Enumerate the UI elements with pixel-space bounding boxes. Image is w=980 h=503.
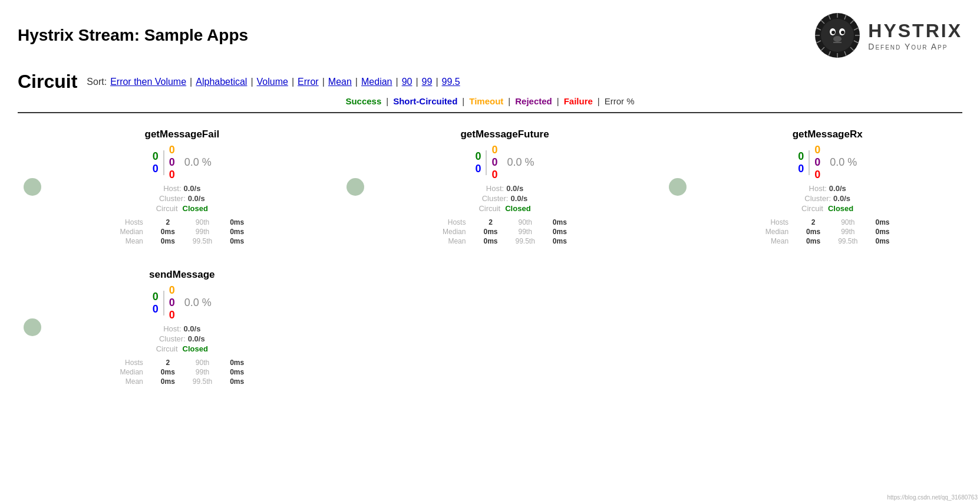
- bsr-pct-values: 0ms 0ms 0ms: [553, 218, 567, 245]
- svg-point-17: [821, 19, 854, 52]
- mean-val-item: 0ms: [806, 237, 820, 245]
- logo-name: HYSTRIX: [868, 20, 962, 42]
- host-rate-line: Host: 0.0/s: [53, 324, 311, 333]
- circuit-name: getMessageFail: [53, 129, 311, 140]
- cluster-rate-line: Cluster: 0.0/s: [53, 194, 311, 203]
- count-red: 0: [169, 169, 175, 181]
- mean-item: Mean: [771, 237, 788, 245]
- p99-value: 0ms: [230, 228, 244, 236]
- bsr-mid: 2 0ms 0ms: [806, 218, 820, 245]
- host-rate-line: Host: 0.0/s: [53, 184, 311, 193]
- p90-label: 90th: [841, 218, 854, 226]
- median-val-item: 0ms: [483, 228, 497, 236]
- median-item: Median: [120, 228, 143, 236]
- bsr-pct-labels: 90th 99th 99.5th: [838, 218, 857, 245]
- counters-area: 0 0 0 0 0 0.0 %: [376, 144, 634, 181]
- count-red: 0: [491, 169, 497, 181]
- p995-value: 0ms: [553, 237, 567, 245]
- svg-point-22: [833, 36, 842, 42]
- bottom-stats-row: Hosts Median Mean 2 0ms: [120, 359, 244, 386]
- count-red: 0: [169, 309, 175, 321]
- p90-label-item: 90th: [518, 218, 532, 226]
- bsr-mid: 2 0ms 0ms: [161, 218, 175, 245]
- p995-val-item: 0ms: [876, 237, 890, 245]
- p99-val-item: 0ms: [553, 228, 567, 236]
- circuit-status-bubble: [669, 178, 687, 196]
- median-item: Median: [443, 228, 466, 236]
- sort-alphabetical[interactable]: Alphabetical: [196, 77, 247, 87]
- hosts-value: 2: [166, 359, 170, 367]
- error-pct: 0.0 %: [184, 297, 212, 309]
- median-val-item: 0ms: [161, 368, 175, 376]
- bsr-mid: 2 0ms 0ms: [161, 359, 175, 386]
- page-title: Hystrix Stream: Sample Apps: [18, 26, 248, 45]
- p90-label-item: 90th: [196, 359, 209, 367]
- error-pct: 0.0 %: [507, 156, 534, 169]
- p995-value: 0ms: [230, 237, 244, 245]
- circuit-label: Circuit: [801, 204, 823, 213]
- counters-left: 0 0: [153, 150, 164, 175]
- hosts-val-item: 2: [166, 359, 170, 367]
- p90-value: 0ms: [230, 359, 244, 367]
- sort-error[interactable]: Error: [298, 77, 319, 87]
- host-label: Host:: [809, 184, 827, 193]
- circuit-status-line: Circuit Closed: [53, 204, 311, 213]
- circuit-status-value: Closed: [183, 204, 208, 213]
- median-val-item: 0ms: [806, 228, 820, 236]
- cluster-label: Cluster:: [159, 334, 186, 343]
- median-value: 0ms: [161, 368, 175, 376]
- circuit-name: getMessageRx: [698, 129, 956, 140]
- count-blue: 0: [475, 163, 481, 175]
- p995-label: 99.5th: [193, 377, 212, 386]
- mean-value: 0ms: [483, 237, 497, 245]
- hosts-val-item: 2: [811, 218, 816, 226]
- cluster-rate-line: Cluster: 0.0/s: [376, 194, 634, 203]
- host-rate-line: Host: 0.0/s: [698, 184, 956, 193]
- p99-label-item: 99th: [841, 228, 854, 236]
- sort-median[interactable]: Median: [361, 77, 392, 87]
- sort-mean[interactable]: Mean: [328, 77, 352, 87]
- median-value: 0ms: [806, 228, 820, 236]
- hosts-item: Hosts: [770, 218, 788, 226]
- circuit-status-value: Closed: [828, 204, 853, 213]
- sort-error-then-volume[interactable]: Error then Volume: [110, 77, 186, 87]
- legend-rejected: Rejected: [515, 96, 552, 106]
- mean-value: 0ms: [806, 237, 820, 245]
- legend-failure: Failure: [564, 96, 593, 106]
- mean-item: Mean: [126, 377, 143, 386]
- hosts-item: Hosts: [448, 218, 466, 226]
- svg-point-21: [841, 31, 844, 34]
- sort-99-5[interactable]: 99.5: [442, 77, 460, 87]
- p99-label-item: 99th: [518, 228, 532, 236]
- host-value: 0.0/s: [184, 184, 201, 193]
- p90-label: 90th: [196, 359, 209, 367]
- median-value: 0ms: [483, 228, 497, 236]
- sort-90[interactable]: 90: [402, 77, 413, 87]
- mean-label: Mean: [771, 237, 788, 245]
- bsr-pct-labels: 90th 99th 99.5th: [515, 218, 534, 245]
- count-blue: 0: [153, 163, 159, 175]
- median-item: Median: [120, 368, 143, 376]
- section-divider: [18, 112, 962, 113]
- sort-99[interactable]: 99: [422, 77, 433, 87]
- circuit-label: Circuit: [479, 204, 500, 213]
- sort-volume[interactable]: Volume: [257, 77, 288, 87]
- count-purple: 0: [169, 156, 175, 169]
- sort-bar: Circuit Sort: Error then Volume | Alphab…: [18, 71, 962, 93]
- legend-short-circuited: Short-Circuited: [393, 96, 457, 106]
- hosts-val-item: 2: [489, 218, 493, 226]
- p99-label-item: 99th: [196, 228, 209, 236]
- cluster-value: 0.0/s: [510, 194, 527, 203]
- bsr-pct-values: 0ms 0ms 0ms: [230, 218, 244, 245]
- hosts-item: Hosts: [125, 359, 143, 367]
- counters-left: 0 0: [153, 291, 164, 315]
- circuit-status-bubble: [347, 178, 364, 196]
- bsr-left: Hosts Median Mean: [120, 359, 143, 386]
- p99-val-item: 0ms: [876, 228, 890, 236]
- bsr-mid: 2 0ms 0ms: [483, 218, 497, 245]
- hosts-label: Hosts: [448, 218, 466, 226]
- p995-label-item: 99.5th: [515, 237, 534, 245]
- cluster-value: 0.0/s: [833, 194, 850, 203]
- count-orange: 0: [169, 284, 175, 297]
- p99-label-item: 99th: [196, 368, 209, 376]
